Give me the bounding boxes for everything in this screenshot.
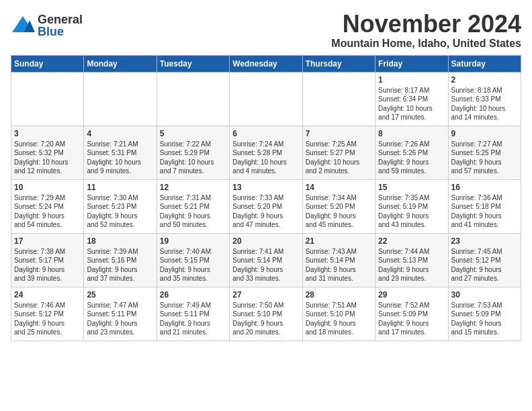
calendar-cell	[84, 72, 157, 126]
day-number: 14	[306, 183, 372, 192]
calendar-cell: 25Sunrise: 7:47 AM Sunset: 5:11 PM Dayli…	[84, 287, 157, 340]
weekday-header-saturday: Saturday	[448, 55, 521, 72]
weekday-header-wednesday: Wednesday	[230, 55, 302, 72]
day-number: 23	[451, 236, 518, 246]
day-number: 7	[306, 129, 372, 138]
day-info: Sunrise: 7:47 AM Sunset: 5:11 PM Dayligh…	[87, 301, 153, 337]
header: General Blue November 2024 Mountain Home…	[11, 11, 521, 50]
logo-text: General Blue	[38, 13, 83, 38]
calendar-cell: 29Sunrise: 7:52 AM Sunset: 5:09 PM Dayli…	[375, 287, 448, 340]
calendar-cell: 18Sunrise: 7:39 AM Sunset: 5:16 PM Dayli…	[84, 233, 157, 287]
day-info: Sunrise: 7:34 AM Sunset: 5:20 PM Dayligh…	[306, 193, 372, 230]
calendar-cell	[230, 72, 302, 126]
day-number: 25	[87, 290, 153, 300]
day-number: 3	[14, 129, 81, 138]
calendar-cell: 10Sunrise: 7:29 AM Sunset: 5:24 PM Dayli…	[11, 179, 84, 233]
calendar-cell: 2Sunrise: 8:18 AM Sunset: 6:33 PM Daylig…	[448, 72, 521, 126]
calendar-cell	[157, 72, 229, 126]
day-info: Sunrise: 7:45 AM Sunset: 5:12 PM Dayligh…	[451, 247, 518, 283]
logo-icon	[11, 15, 35, 36]
calendar-cell: 7Sunrise: 7:25 AM Sunset: 5:27 PM Daylig…	[302, 126, 375, 179]
day-info: Sunrise: 7:35 AM Sunset: 5:19 PM Dayligh…	[378, 193, 445, 230]
day-number: 22	[378, 236, 445, 246]
day-number: 27	[232, 290, 299, 300]
calendar-cell: 21Sunrise: 7:43 AM Sunset: 5:14 PM Dayli…	[302, 233, 375, 287]
day-info: Sunrise: 8:17 AM Sunset: 6:34 PM Dayligh…	[378, 86, 445, 122]
day-number: 5	[160, 129, 226, 138]
calendar-cell: 27Sunrise: 7:50 AM Sunset: 5:10 PM Dayli…	[230, 287, 302, 340]
day-number: 28	[306, 290, 372, 300]
day-number: 26	[160, 290, 226, 300]
calendar-cell: 14Sunrise: 7:34 AM Sunset: 5:20 PM Dayli…	[302, 179, 375, 233]
calendar-cell: 8Sunrise: 7:26 AM Sunset: 5:26 PM Daylig…	[375, 126, 448, 179]
day-info: Sunrise: 7:52 AM Sunset: 5:09 PM Dayligh…	[378, 301, 445, 337]
calendar-cell: 13Sunrise: 7:33 AM Sunset: 5:20 PM Dayli…	[230, 179, 302, 233]
weekday-header-tuesday: Tuesday	[157, 55, 229, 72]
day-info: Sunrise: 7:25 AM Sunset: 5:27 PM Dayligh…	[306, 140, 372, 176]
weekday-header-friday: Friday	[375, 55, 448, 72]
calendar-table: SundayMondayTuesdayWednesdayThursdayFrid…	[11, 55, 521, 341]
day-number: 4	[87, 129, 153, 138]
day-info: Sunrise: 7:20 AM Sunset: 5:32 PM Dayligh…	[14, 140, 81, 176]
day-number: 16	[451, 183, 518, 192]
day-info: Sunrise: 7:38 AM Sunset: 5:17 PM Dayligh…	[14, 247, 81, 283]
day-number: 17	[14, 236, 81, 246]
day-info: Sunrise: 7:31 AM Sunset: 5:21 PM Dayligh…	[160, 193, 226, 230]
calendar-cell: 9Sunrise: 7:27 AM Sunset: 5:25 PM Daylig…	[448, 126, 521, 179]
calendar-cell: 26Sunrise: 7:49 AM Sunset: 5:11 PM Dayli…	[157, 287, 229, 340]
weekday-header-thursday: Thursday	[302, 55, 375, 72]
location-title: Mountain Home, Idaho, United States	[331, 38, 521, 50]
day-info: Sunrise: 7:49 AM Sunset: 5:11 PM Dayligh…	[160, 301, 226, 337]
day-number: 10	[14, 183, 81, 192]
day-number: 8	[378, 129, 445, 138]
calendar-cell: 19Sunrise: 7:40 AM Sunset: 5:15 PM Dayli…	[157, 233, 229, 287]
calendar-cell: 22Sunrise: 7:44 AM Sunset: 5:13 PM Dayli…	[375, 233, 448, 287]
logo: General Blue	[11, 13, 83, 38]
day-number: 6	[232, 129, 299, 138]
day-info: Sunrise: 7:29 AM Sunset: 5:24 PM Dayligh…	[14, 193, 81, 230]
day-info: Sunrise: 7:43 AM Sunset: 5:14 PM Dayligh…	[306, 247, 372, 283]
day-info: Sunrise: 7:26 AM Sunset: 5:26 PM Dayligh…	[378, 140, 445, 176]
weekday-header-monday: Monday	[84, 55, 157, 72]
calendar-cell: 1Sunrise: 8:17 AM Sunset: 6:34 PM Daylig…	[375, 72, 448, 126]
day-number: 15	[378, 183, 445, 192]
day-number: 24	[14, 290, 81, 300]
day-info: Sunrise: 7:33 AM Sunset: 5:20 PM Dayligh…	[232, 193, 299, 230]
day-number: 20	[232, 236, 299, 246]
day-info: Sunrise: 7:53 AM Sunset: 5:09 PM Dayligh…	[451, 301, 518, 337]
calendar-cell: 20Sunrise: 7:41 AM Sunset: 5:14 PM Dayli…	[230, 233, 302, 287]
day-info: Sunrise: 7:30 AM Sunset: 5:23 PM Dayligh…	[87, 193, 153, 230]
day-info: Sunrise: 7:44 AM Sunset: 5:13 PM Dayligh…	[378, 247, 445, 283]
day-info: Sunrise: 7:22 AM Sunset: 5:29 PM Dayligh…	[160, 140, 226, 176]
calendar-cell: 5Sunrise: 7:22 AM Sunset: 5:29 PM Daylig…	[157, 126, 229, 179]
calendar-cell: 6Sunrise: 7:24 AM Sunset: 5:28 PM Daylig…	[230, 126, 302, 179]
calendar-cell: 23Sunrise: 7:45 AM Sunset: 5:12 PM Dayli…	[448, 233, 521, 287]
weekday-header-sunday: Sunday	[11, 55, 84, 72]
day-info: Sunrise: 7:40 AM Sunset: 5:15 PM Dayligh…	[160, 247, 226, 283]
day-info: Sunrise: 7:50 AM Sunset: 5:10 PM Dayligh…	[232, 301, 299, 337]
day-info: Sunrise: 7:51 AM Sunset: 5:10 PM Dayligh…	[306, 301, 372, 337]
calendar-cell	[11, 72, 84, 126]
day-number: 30	[451, 290, 518, 300]
day-number: 29	[378, 290, 445, 300]
day-info: Sunrise: 7:27 AM Sunset: 5:25 PM Dayligh…	[451, 140, 518, 176]
day-number: 12	[160, 183, 226, 192]
day-number: 13	[232, 183, 299, 192]
day-info: Sunrise: 7:36 AM Sunset: 5:18 PM Dayligh…	[451, 193, 518, 230]
day-number: 9	[451, 129, 518, 138]
day-number: 19	[160, 236, 226, 246]
calendar-cell: 11Sunrise: 7:30 AM Sunset: 5:23 PM Dayli…	[84, 179, 157, 233]
calendar-cell: 3Sunrise: 7:20 AM Sunset: 5:32 PM Daylig…	[11, 126, 84, 179]
title-area: November 2024 Mountain Home, Idaho, Unit…	[331, 11, 521, 50]
calendar-cell: 16Sunrise: 7:36 AM Sunset: 5:18 PM Dayli…	[448, 179, 521, 233]
day-info: Sunrise: 8:18 AM Sunset: 6:33 PM Dayligh…	[451, 86, 518, 122]
calendar-cell: 15Sunrise: 7:35 AM Sunset: 5:19 PM Dayli…	[375, 179, 448, 233]
day-info: Sunrise: 7:46 AM Sunset: 5:12 PM Dayligh…	[14, 301, 81, 337]
calendar-cell	[302, 72, 375, 126]
day-info: Sunrise: 7:41 AM Sunset: 5:14 PM Dayligh…	[232, 247, 299, 283]
calendar-cell: 12Sunrise: 7:31 AM Sunset: 5:21 PM Dayli…	[157, 179, 229, 233]
calendar-cell: 4Sunrise: 7:21 AM Sunset: 5:31 PM Daylig…	[84, 126, 157, 179]
day-info: Sunrise: 7:24 AM Sunset: 5:28 PM Dayligh…	[232, 140, 299, 176]
calendar-cell: 24Sunrise: 7:46 AM Sunset: 5:12 PM Dayli…	[11, 287, 84, 340]
day-info: Sunrise: 7:39 AM Sunset: 5:16 PM Dayligh…	[87, 247, 153, 283]
